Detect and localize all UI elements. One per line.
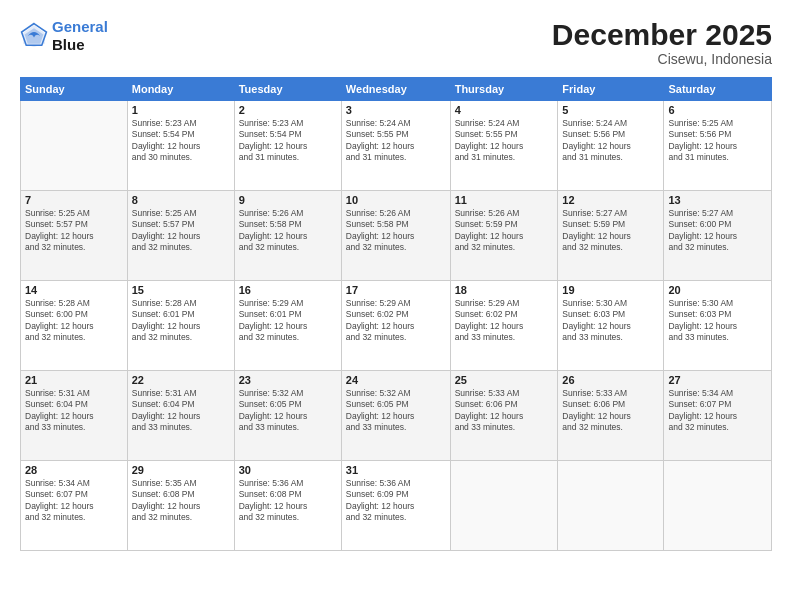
day-number: 10 [346,194,446,206]
day-number: 22 [132,374,230,386]
calendar-cell: 8Sunrise: 5:25 AMSunset: 5:57 PMDaylight… [127,191,234,281]
day-number: 6 [668,104,767,116]
calendar-cell: 21Sunrise: 5:31 AMSunset: 6:04 PMDayligh… [21,371,128,461]
logo-text: General Blue [52,18,108,54]
day-number: 30 [239,464,337,476]
day-info: Sunrise: 5:32 AMSunset: 6:05 PMDaylight:… [239,388,337,434]
day-info: Sunrise: 5:32 AMSunset: 6:05 PMDaylight:… [346,388,446,434]
calendar-cell: 23Sunrise: 5:32 AMSunset: 6:05 PMDayligh… [234,371,341,461]
day-info: Sunrise: 5:34 AMSunset: 6:07 PMDaylight:… [25,478,123,524]
day-info: Sunrise: 5:25 AMSunset: 5:56 PMDaylight:… [668,118,767,164]
day-info: Sunrise: 5:26 AMSunset: 5:58 PMDaylight:… [346,208,446,254]
day-number: 24 [346,374,446,386]
location-subtitle: Cisewu, Indonesia [552,51,772,67]
col-sunday: Sunday [21,78,128,101]
day-number: 17 [346,284,446,296]
day-info: Sunrise: 5:25 AMSunset: 5:57 PMDaylight:… [25,208,123,254]
day-number: 13 [668,194,767,206]
day-info: Sunrise: 5:35 AMSunset: 6:08 PMDaylight:… [132,478,230,524]
day-info: Sunrise: 5:33 AMSunset: 6:06 PMDaylight:… [562,388,659,434]
calendar-cell: 17Sunrise: 5:29 AMSunset: 6:02 PMDayligh… [341,281,450,371]
calendar-cell [664,461,772,551]
day-info: Sunrise: 5:24 AMSunset: 5:55 PMDaylight:… [346,118,446,164]
title-block: December 2025 Cisewu, Indonesia [552,18,772,67]
calendar-cell: 27Sunrise: 5:34 AMSunset: 6:07 PMDayligh… [664,371,772,461]
calendar-cell: 19Sunrise: 5:30 AMSunset: 6:03 PMDayligh… [558,281,664,371]
calendar-row-1: 1Sunrise: 5:23 AMSunset: 5:54 PMDaylight… [21,101,772,191]
calendar-cell: 4Sunrise: 5:24 AMSunset: 5:55 PMDaylight… [450,101,558,191]
calendar-cell: 29Sunrise: 5:35 AMSunset: 6:08 PMDayligh… [127,461,234,551]
day-number: 16 [239,284,337,296]
col-friday: Friday [558,78,664,101]
day-number: 15 [132,284,230,296]
day-number: 20 [668,284,767,296]
calendar-cell: 7Sunrise: 5:25 AMSunset: 5:57 PMDaylight… [21,191,128,281]
day-number: 27 [668,374,767,386]
day-info: Sunrise: 5:30 AMSunset: 6:03 PMDaylight:… [668,298,767,344]
calendar-row-3: 14Sunrise: 5:28 AMSunset: 6:00 PMDayligh… [21,281,772,371]
day-info: Sunrise: 5:28 AMSunset: 6:01 PMDaylight:… [132,298,230,344]
day-number: 3 [346,104,446,116]
day-info: Sunrise: 5:27 AMSunset: 6:00 PMDaylight:… [668,208,767,254]
day-number: 9 [239,194,337,206]
day-info: Sunrise: 5:31 AMSunset: 6:04 PMDaylight:… [132,388,230,434]
day-number: 31 [346,464,446,476]
calendar-cell: 3Sunrise: 5:24 AMSunset: 5:55 PMDaylight… [341,101,450,191]
day-info: Sunrise: 5:26 AMSunset: 5:59 PMDaylight:… [455,208,554,254]
calendar-cell: 20Sunrise: 5:30 AMSunset: 6:03 PMDayligh… [664,281,772,371]
day-number: 23 [239,374,337,386]
calendar-cell: 14Sunrise: 5:28 AMSunset: 6:00 PMDayligh… [21,281,128,371]
calendar-cell: 1Sunrise: 5:23 AMSunset: 5:54 PMDaylight… [127,101,234,191]
calendar-cell: 30Sunrise: 5:36 AMSunset: 6:08 PMDayligh… [234,461,341,551]
calendar-cell: 11Sunrise: 5:26 AMSunset: 5:59 PMDayligh… [450,191,558,281]
calendar-cell: 13Sunrise: 5:27 AMSunset: 6:00 PMDayligh… [664,191,772,281]
day-number: 1 [132,104,230,116]
calendar-cell: 22Sunrise: 5:31 AMSunset: 6:04 PMDayligh… [127,371,234,461]
calendar-cell: 5Sunrise: 5:24 AMSunset: 5:56 PMDaylight… [558,101,664,191]
day-info: Sunrise: 5:33 AMSunset: 6:06 PMDaylight:… [455,388,554,434]
day-info: Sunrise: 5:25 AMSunset: 5:57 PMDaylight:… [132,208,230,254]
calendar-row-4: 21Sunrise: 5:31 AMSunset: 6:04 PMDayligh… [21,371,772,461]
col-wednesday: Wednesday [341,78,450,101]
col-tuesday: Tuesday [234,78,341,101]
day-number: 26 [562,374,659,386]
day-info: Sunrise: 5:27 AMSunset: 5:59 PMDaylight:… [562,208,659,254]
logo-icon [20,22,48,50]
calendar-cell: 12Sunrise: 5:27 AMSunset: 5:59 PMDayligh… [558,191,664,281]
calendar-row-5: 28Sunrise: 5:34 AMSunset: 6:07 PMDayligh… [21,461,772,551]
day-number: 5 [562,104,659,116]
day-info: Sunrise: 5:36 AMSunset: 6:08 PMDaylight:… [239,478,337,524]
calendar-cell [450,461,558,551]
calendar-cell: 28Sunrise: 5:34 AMSunset: 6:07 PMDayligh… [21,461,128,551]
day-number: 12 [562,194,659,206]
calendar-cell: 6Sunrise: 5:25 AMSunset: 5:56 PMDaylight… [664,101,772,191]
col-saturday: Saturday [664,78,772,101]
calendar-cell: 2Sunrise: 5:23 AMSunset: 5:54 PMDaylight… [234,101,341,191]
day-number: 21 [25,374,123,386]
day-info: Sunrise: 5:36 AMSunset: 6:09 PMDaylight:… [346,478,446,524]
day-info: Sunrise: 5:30 AMSunset: 6:03 PMDaylight:… [562,298,659,344]
day-number: 14 [25,284,123,296]
day-number: 4 [455,104,554,116]
day-number: 2 [239,104,337,116]
day-number: 29 [132,464,230,476]
day-info: Sunrise: 5:29 AMSunset: 6:01 PMDaylight:… [239,298,337,344]
day-info: Sunrise: 5:24 AMSunset: 5:55 PMDaylight:… [455,118,554,164]
day-info: Sunrise: 5:31 AMSunset: 6:04 PMDaylight:… [25,388,123,434]
calendar-cell: 26Sunrise: 5:33 AMSunset: 6:06 PMDayligh… [558,371,664,461]
day-number: 28 [25,464,123,476]
col-thursday: Thursday [450,78,558,101]
day-info: Sunrise: 5:29 AMSunset: 6:02 PMDaylight:… [346,298,446,344]
day-number: 11 [455,194,554,206]
day-info: Sunrise: 5:23 AMSunset: 5:54 PMDaylight:… [132,118,230,164]
day-info: Sunrise: 5:24 AMSunset: 5:56 PMDaylight:… [562,118,659,164]
logo: General Blue [20,18,108,54]
day-info: Sunrise: 5:28 AMSunset: 6:00 PMDaylight:… [25,298,123,344]
calendar-cell: 25Sunrise: 5:33 AMSunset: 6:06 PMDayligh… [450,371,558,461]
calendar-table: Sunday Monday Tuesday Wednesday Thursday… [20,77,772,551]
calendar-cell: 10Sunrise: 5:26 AMSunset: 5:58 PMDayligh… [341,191,450,281]
main-title: December 2025 [552,18,772,51]
day-info: Sunrise: 5:23 AMSunset: 5:54 PMDaylight:… [239,118,337,164]
calendar-cell: 24Sunrise: 5:32 AMSunset: 6:05 PMDayligh… [341,371,450,461]
page-header: General Blue December 2025 Cisewu, Indon… [20,18,772,67]
